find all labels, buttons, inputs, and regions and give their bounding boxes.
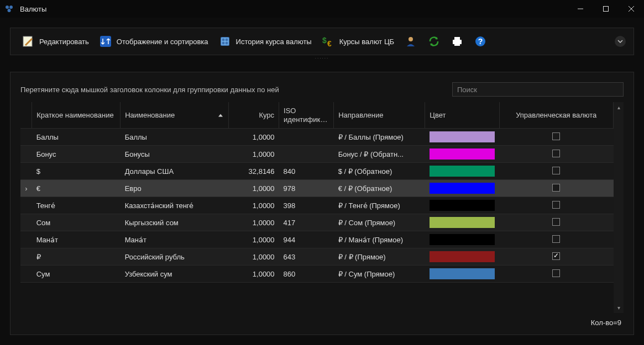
cell-iso: 860: [279, 266, 334, 283]
color-swatch[interactable]: [430, 131, 495, 142]
svg-rect-8: [100, 36, 111, 47]
header-row: Краткое наименование Наименование Курс I…: [20, 102, 614, 129]
cell-iso: 978: [279, 180, 334, 197]
cell-color: [425, 231, 499, 248]
cell-direction: ₽ / Мана́т (Прямое): [334, 231, 425, 248]
print-icon: [451, 35, 464, 48]
table-row[interactable]: БонусБонусы1,0000Бонус / ₽ (Обратн...: [20, 146, 614, 163]
cell-mgmt: [499, 231, 613, 248]
col-direction[interactable]: Направление: [334, 102, 425, 129]
cell-iso: 417: [279, 214, 334, 231]
color-swatch[interactable]: [430, 148, 495, 160]
cell-mgmt: [499, 146, 613, 163]
cell-rate: 1,0000: [229, 248, 279, 266]
table-row[interactable]: ₽Российский рубль1,0000643₽ / ₽ (Прямое): [20, 248, 614, 266]
history-button[interactable]: История курса валюты: [215, 33, 315, 50]
cell-direction: $ / ₽ (Обратное): [334, 163, 425, 180]
search-input[interactable]: [452, 82, 624, 97]
col-short[interactable]: Краткое наименование: [32, 102, 121, 129]
mgmt-checkbox[interactable]: [552, 132, 560, 140]
col-iso[interactable]: ISO идентификатор: [279, 102, 334, 129]
color-swatch[interactable]: [430, 183, 495, 194]
cell-short: Сум: [32, 266, 121, 283]
maximize-button[interactable]: [593, 0, 619, 18]
table-row[interactable]: СумУзбекский сум1,0000860₽ / Сум (Прямое…: [20, 266, 614, 283]
edit-button[interactable]: Редактировать: [18, 33, 92, 50]
mgmt-checkbox[interactable]: [552, 252, 560, 260]
cell-name: Евро: [121, 180, 229, 197]
svg-rect-16: [454, 37, 460, 40]
cell-iso: 840: [279, 163, 334, 180]
table-row[interactable]: СомКыргызский сом1,0000417₽ / Сом (Прямо…: [20, 214, 614, 231]
color-swatch[interactable]: [430, 217, 495, 228]
cell-mgmt: [499, 214, 613, 231]
minimize-button[interactable]: [568, 0, 593, 18]
color-swatch[interactable]: [430, 166, 495, 177]
data-grid: Перетяните сюда мышкой заголовок колонки…: [10, 72, 634, 335]
help-icon: ?: [474, 35, 487, 48]
svg-point-2: [8, 9, 11, 12]
cell-rate: 1,0000: [229, 129, 279, 146]
titlebar: Валюты: [0, 0, 644, 18]
cell-name: Мана́т: [121, 231, 229, 248]
refresh-button[interactable]: [424, 33, 444, 50]
col-name[interactable]: Наименование: [121, 102, 229, 129]
cell-rate: 1,0000: [229, 214, 279, 231]
cell-iso: 643: [279, 248, 334, 266]
table-row[interactable]: БаллыБаллы1,0000₽ / Баллы (Прямое): [20, 129, 614, 146]
cell-name: Бонусы: [121, 146, 229, 163]
table-row[interactable]: $Доллары США32,8146840$ / ₽ (Обратное): [20, 163, 614, 180]
window-title: Валюты: [20, 5, 568, 13]
help-button[interactable]: ?: [470, 33, 490, 50]
cell-color: [425, 180, 499, 197]
col-mgmt[interactable]: Управленческая валюта: [499, 102, 613, 129]
close-button[interactable]: [619, 0, 644, 18]
history-label: История курса валюты: [236, 38, 312, 46]
print-button[interactable]: [447, 33, 467, 50]
drag-handle[interactable]: ······: [10, 55, 634, 61]
cell-iso: [279, 129, 334, 146]
cell-rate: 1,0000: [229, 146, 279, 163]
row-indicator: [20, 248, 32, 266]
row-indicator: [20, 266, 32, 283]
cell-short: €: [32, 180, 121, 197]
color-swatch[interactable]: [430, 234, 495, 245]
mgmt-checkbox[interactable]: [552, 235, 560, 243]
col-indicator: [20, 102, 32, 129]
cell-name: Узбекский сум: [121, 266, 229, 283]
scroll-up-icon[interactable]: ▴: [617, 104, 620, 110]
svg-rect-18: [454, 43, 460, 46]
toolbar-overflow[interactable]: [615, 36, 626, 47]
mgmt-checkbox[interactable]: [552, 167, 560, 174]
mgmt-checkbox[interactable]: [552, 218, 560, 226]
mgmt-checkbox[interactable]: [552, 150, 560, 157]
cell-name: Российский рубль: [121, 248, 229, 266]
row-indicator: [20, 197, 32, 214]
mgmt-checkbox[interactable]: [552, 201, 560, 209]
table-row[interactable]: Тенге́Казахста́нский тенге́1,0000398₽ / …: [20, 197, 614, 214]
col-color[interactable]: Цвет: [425, 102, 499, 129]
svg-point-1: [9, 6, 13, 9]
sort-button[interactable]: Отображение и сортировка: [96, 33, 212, 50]
col-rate[interactable]: Курс: [229, 102, 279, 129]
cell-name: Кыргызский сом: [121, 214, 229, 231]
color-swatch[interactable]: [430, 200, 495, 211]
mgmt-checkbox[interactable]: [552, 184, 560, 192]
cell-mgmt: [499, 248, 613, 266]
table-row[interactable]: ›€Евро1,0000978€ / ₽ (Обратное): [20, 180, 614, 197]
row-count: Кол-во=9: [591, 319, 621, 327]
color-swatch[interactable]: [430, 251, 495, 262]
table-row[interactable]: Мана́тМана́т1,0000944₽ / Мана́т (Прямое): [20, 231, 614, 248]
color-swatch[interactable]: [430, 268, 495, 279]
rates-button[interactable]: $€ Курсы валют ЦБ: [318, 33, 397, 50]
vertical-scrollbar[interactable]: ▴ ▾: [614, 102, 624, 313]
cell-color: [425, 163, 499, 180]
cell-color: [425, 266, 499, 283]
sort-icon: [99, 35, 112, 48]
user-button[interactable]: [401, 33, 421, 50]
cell-direction: ₽ / Баллы (Прямое): [334, 129, 425, 146]
app-window: Валюты Редактировать: [0, 0, 644, 345]
mgmt-checkbox[interactable]: [552, 269, 560, 277]
cell-short: Мана́т: [32, 231, 121, 248]
scroll-down-icon[interactable]: ▾: [617, 305, 620, 311]
